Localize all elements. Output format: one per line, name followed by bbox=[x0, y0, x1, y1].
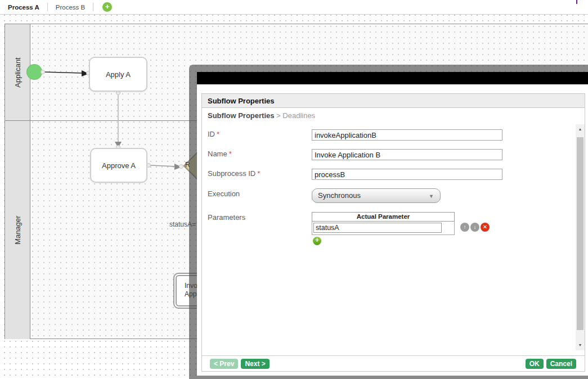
next-button[interactable]: Next > bbox=[241, 359, 269, 369]
execution-label: Execution bbox=[208, 190, 240, 198]
dialog-scrollbar[interactable]: ▲ ▼ bbox=[576, 124, 585, 350]
lane-label: Manager bbox=[14, 215, 22, 244]
connection-handle[interactable] bbox=[179, 164, 183, 169]
task-apply-a[interactable]: Apply A bbox=[89, 57, 147, 92]
start-event-node[interactable] bbox=[26, 64, 42, 80]
breadcrumb-separator: > bbox=[274, 111, 282, 120]
prev-button[interactable]: < Prev bbox=[210, 359, 238, 369]
subflow-properties-dialog: Subflow Properties Subflow Properties > … bbox=[189, 65, 588, 379]
parameters-table-header: Actual Parameter bbox=[312, 212, 455, 222]
move-down-button[interactable]: ↓ bbox=[470, 223, 479, 232]
bpmn-editor-screen: Process A Process B + Applicant Manager bbox=[0, 0, 588, 379]
up-arrow-icon: ↑ bbox=[464, 224, 466, 230]
name-label: Name* bbox=[208, 150, 232, 158]
dialog-title: Subflow Properties bbox=[208, 97, 274, 105]
breadcrumb-page-deadlines[interactable]: Deadlines bbox=[282, 111, 315, 120]
down-arrow-icon: ↓ bbox=[474, 224, 477, 230]
tab-process-b[interactable]: Process B bbox=[48, 4, 93, 11]
execution-selected-value: Synchronous bbox=[318, 191, 361, 200]
subprocess-id-field[interactable] bbox=[312, 169, 502, 180]
ok-button[interactable]: OK bbox=[526, 359, 544, 369]
add-parameter-button[interactable]: + bbox=[313, 237, 321, 245]
breadcrumb-current: Subflow Properties bbox=[208, 111, 274, 120]
id-label: ID* bbox=[208, 130, 219, 138]
connection-handle[interactable] bbox=[41, 70, 45, 74]
dialog-header: Subflow Properties bbox=[202, 94, 585, 108]
tab-separator bbox=[93, 3, 93, 11]
parameter-value-field[interactable] bbox=[313, 223, 442, 233]
delete-icon: ✕ bbox=[483, 224, 487, 230]
dialog-panel: Subflow Properties Subflow Properties > … bbox=[201, 93, 585, 372]
move-up-button[interactable]: ↑ bbox=[460, 223, 469, 232]
breadcrumb: Subflow Properties > Deadlines bbox=[208, 111, 315, 120]
parameters-table: Actual Parameter bbox=[312, 212, 455, 235]
required-marker: * bbox=[257, 169, 260, 178]
lane-label: Applicant bbox=[14, 57, 22, 87]
delete-parameter-button[interactable]: ✕ bbox=[481, 223, 490, 232]
parameters-label: Parameters bbox=[208, 213, 245, 222]
scroll-down-icon[interactable]: ▼ bbox=[576, 341, 585, 349]
name-field[interactable] bbox=[312, 149, 502, 160]
execution-select[interactable]: Synchronous ▼ bbox=[312, 188, 441, 203]
cancel-button[interactable]: Cancel bbox=[546, 359, 576, 369]
plus-icon: + bbox=[315, 236, 319, 244]
scrollbar-thumb[interactable] bbox=[577, 137, 583, 330]
scroll-up-icon[interactable]: ▲ bbox=[576, 125, 585, 133]
task-label: Approve A bbox=[102, 161, 136, 170]
chevron-down-icon: ▼ bbox=[429, 189, 434, 204]
required-marker: * bbox=[229, 150, 232, 158]
subprocess-id-label: Subprocess ID* bbox=[208, 169, 260, 178]
plus-icon: + bbox=[105, 2, 110, 11]
dialog-footer: < Prev Next > OK Cancel bbox=[202, 355, 585, 371]
required-marker: * bbox=[217, 130, 219, 138]
dialog-body: Subflow Properties Subflow Properties > … bbox=[197, 84, 588, 376]
task-label: Apply A bbox=[106, 70, 131, 79]
process-tab-bar: Process A Process B + bbox=[0, 0, 588, 15]
task-approve-a[interactable]: Approve A bbox=[90, 148, 147, 183]
tab-process-a[interactable]: Process A bbox=[0, 4, 47, 11]
parameter-row bbox=[312, 222, 455, 235]
lane-header-manager[interactable]: Manager bbox=[5, 121, 30, 339]
dialog-title-bar[interactable] bbox=[197, 72, 588, 84]
id-field[interactable] bbox=[312, 129, 502, 141]
add-process-button[interactable]: + bbox=[102, 2, 112, 12]
cursor-artifact bbox=[576, 0, 577, 4]
